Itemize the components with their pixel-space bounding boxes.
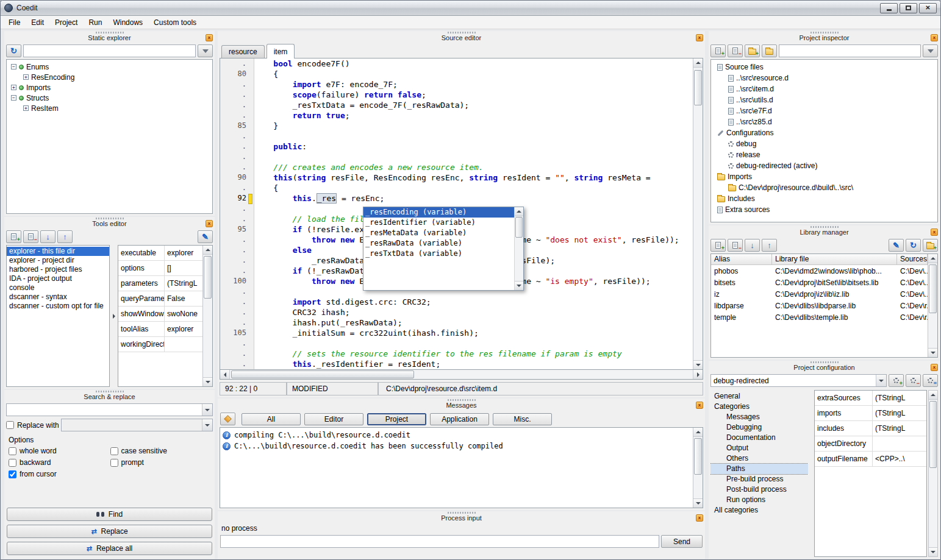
- scroll-down-button[interactable]: [515, 281, 523, 290]
- static-explorer-tree[interactable]: −Enums+ResEncoding+Imports−Structs+ResIt…: [6, 59, 213, 214]
- scroll-thumb[interactable]: [694, 438, 702, 475]
- library-table[interactable]: AliasLibrary fileSources ... phobosC:\De…: [711, 254, 928, 357]
- refresh-button[interactable]: ↻: [6, 44, 21, 57]
- filter-editor[interactable]: Editor: [304, 413, 363, 425]
- code-editor[interactable]: bool encodee7F() { import e7F: encode_7F…: [254, 58, 693, 369]
- tree-group[interactable]: Configurations: [712, 127, 936, 138]
- drag-grip[interactable]: [810, 226, 839, 228]
- message-item[interactable]: icompiling C:\...\build\resource.d.coedi…: [220, 430, 693, 441]
- category-item[interactable]: Messages: [710, 412, 808, 422]
- property-value[interactable]: explorer: [165, 246, 202, 260]
- tools-list-item[interactable]: console: [7, 283, 109, 292]
- category-item[interactable]: Post-build process: [710, 484, 808, 495]
- editor-horizontal-scrollbar[interactable]: [220, 370, 703, 380]
- close-button[interactable]: ✕: [919, 3, 937, 13]
- checkbox[interactable]: [9, 470, 16, 478]
- property-value[interactable]: (TStringL: [873, 391, 926, 405]
- tools-grid-scrollbar[interactable]: [202, 246, 212, 386]
- tools-list-item[interactable]: dscanner - syntax: [7, 292, 109, 302]
- scroll-thumb[interactable]: [515, 217, 523, 238]
- inspector-filter-input[interactable]: [779, 44, 921, 57]
- completion-list[interactable]: _resEncoding (variable)_resIdentifier (v…: [363, 207, 514, 290]
- completion-scrollbar[interactable]: [514, 207, 523, 290]
- drag-grip[interactable]: [96, 218, 124, 219]
- tree-item[interactable]: debug-redirected (active): [712, 160, 936, 171]
- tree-item[interactable]: ..\src\z85.d: [712, 116, 936, 127]
- category-item[interactable]: General: [710, 391, 808, 402]
- completion-item[interactable]: _resEncoding (variable): [363, 207, 514, 218]
- checkbox[interactable]: [9, 459, 16, 467]
- property-value[interactable]: (TStringL: [165, 276, 202, 291]
- library-row[interactable]: izC:\Dev\dproj\iz\lib\iz.libC:\Dev\...: [711, 288, 928, 300]
- tree-item[interactable]: −Structs: [8, 93, 211, 103]
- category-item[interactable]: All categories: [710, 505, 808, 516]
- close-panel-button[interactable]: x: [206, 220, 213, 227]
- property-value[interactable]: [165, 337, 202, 352]
- property-value[interactable]: (TStringL: [873, 421, 926, 436]
- scroll-thumb[interactable]: [204, 256, 212, 299]
- project-inspector-header[interactable]: Project inspector x: [709, 31, 940, 43]
- message-item[interactable]: iC:\...\build\resource.d.coedit has been…: [220, 441, 693, 452]
- tree-item[interactable]: C:\Dev\dproj\resource.d\build\..\src\: [712, 182, 936, 193]
- messages-header[interactable]: Messages x: [218, 399, 705, 411]
- tree-item[interactable]: +ResItem: [8, 103, 211, 113]
- open-folder-button[interactable]: [762, 44, 777, 57]
- move-tool-down-button[interactable]: ↓: [40, 230, 55, 243]
- option-backward[interactable]: backward: [9, 458, 109, 467]
- category-item[interactable]: Categories: [710, 402, 808, 412]
- property-value[interactable]: (TStringL: [873, 406, 926, 420]
- filter-application[interactable]: Application: [430, 413, 489, 425]
- category-item[interactable]: Paths: [710, 464, 808, 474]
- drag-grip[interactable]: [448, 399, 476, 401]
- clear-filter-button[interactable]: [198, 44, 213, 57]
- tool-properties-grid[interactable]: executableexploreroptions[]parameters(TS…: [118, 246, 202, 386]
- source-editor-header[interactable]: Source editor x: [218, 31, 705, 43]
- message-list[interactable]: icompiling C:\...\build\resource.d.coedi…: [220, 428, 693, 508]
- property-value[interactable]: explorer: [165, 322, 202, 336]
- scroll-up-button[interactable]: [203, 246, 212, 255]
- scroll-thumb[interactable]: [929, 401, 937, 468]
- scroll-left-button[interactable]: [220, 370, 230, 379]
- tools-list-item[interactable]: IDA - project output: [7, 274, 109, 283]
- close-panel-button[interactable]: x: [696, 402, 703, 409]
- menu-item-windows[interactable]: Windows: [107, 16, 148, 29]
- edit-tool-button[interactable]: ✎: [198, 230, 213, 243]
- tools-editor-header[interactable]: Tools editor x: [4, 217, 215, 229]
- tree-item[interactable]: release: [712, 149, 936, 160]
- add-folder-button[interactable]: +: [745, 44, 760, 57]
- move-tool-up-button[interactable]: ↑: [57, 230, 73, 243]
- column-header[interactable]: Sources ...: [897, 254, 928, 265]
- combo-dropdown-button[interactable]: [202, 404, 212, 416]
- filter-misc[interactable]: Misc.: [493, 413, 552, 425]
- tree-item[interactable]: ..\src\resource.d: [712, 73, 936, 83]
- close-panel-button[interactable]: x: [696, 34, 703, 41]
- send-button[interactable]: Send: [661, 535, 703, 548]
- drag-grip[interactable]: [810, 361, 839, 363]
- combo-dropdown-button[interactable]: [202, 419, 212, 431]
- property-value[interactable]: [873, 436, 926, 451]
- maximize-button[interactable]: [900, 3, 917, 13]
- category-item[interactable]: Documentation: [710, 433, 808, 443]
- tree-item[interactable]: ..\src\utils.d: [712, 94, 936, 105]
- category-item[interactable]: Output: [710, 443, 808, 453]
- project-configuration-header[interactable]: Project configuration x: [709, 361, 940, 373]
- menu-item-custom-tools[interactable]: Custom tools: [148, 16, 202, 29]
- option-from-cursor[interactable]: from cursor: [9, 470, 109, 478]
- scroll-thumb[interactable]: [929, 264, 937, 313]
- category-tag-button[interactable]: [220, 413, 235, 425]
- expand-icon[interactable]: −: [11, 95, 16, 101]
- search-term-combo[interactable]: [6, 403, 213, 416]
- property-value[interactable]: False: [165, 291, 202, 306]
- filter-project[interactable]: Project: [367, 413, 426, 425]
- drag-grip[interactable]: [96, 391, 124, 392]
- scroll-down-button[interactable]: [693, 498, 703, 508]
- clear-filter-button[interactable]: [923, 44, 938, 57]
- tools-list-item[interactable]: harbored - project files: [7, 265, 109, 274]
- add-tool-button[interactable]: +: [6, 230, 21, 243]
- process-input-field[interactable]: [220, 535, 659, 548]
- tree-item[interactable]: ..\src\e7F.d: [712, 105, 936, 116]
- filter-all[interactable]: All: [242, 413, 301, 425]
- scroll-down-button[interactable]: [203, 377, 212, 386]
- add-source-button[interactable]: +: [710, 44, 726, 57]
- drag-grip[interactable]: [448, 512, 476, 514]
